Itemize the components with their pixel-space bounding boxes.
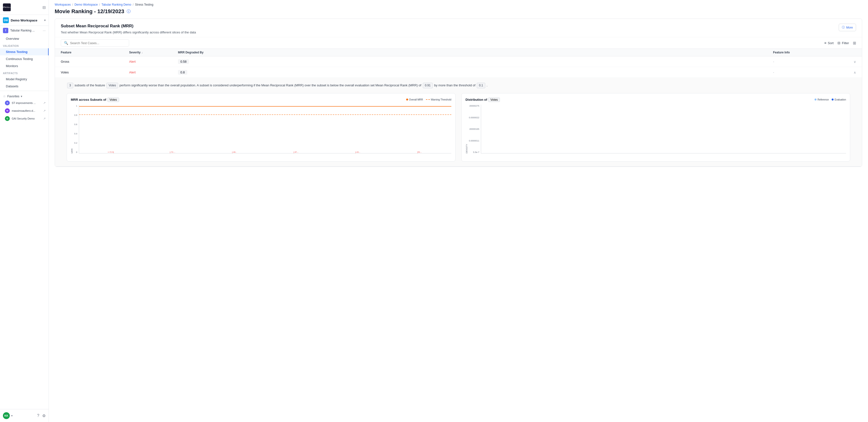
th-feature-info: Feature Info [773, 51, 846, 54]
favorites-label: Favorites [7, 95, 19, 98]
td-info-votes: - [773, 70, 846, 74]
th-mrr: MRR Degraded By [178, 51, 773, 54]
search-input-wrap[interactable]: 🔍 [61, 39, 129, 46]
user-chevron-down-icon[interactable]: ▾ [11, 414, 13, 417]
table-row[interactable]: Gross Alert 0.58 - ∨ [55, 56, 862, 67]
user-avatar: KK [3, 412, 10, 419]
favorite-name-massimo: massimoaufiero-d... [12, 109, 35, 112]
sidebar-item-overview[interactable]: Overview [0, 35, 49, 42]
distribution-chart: Distribution of Votes Reference [461, 93, 850, 161]
breadcrumb-tabular-ranking[interactable]: Tabular Ranking Demo [101, 3, 131, 6]
td-feature-votes: Votes [61, 70, 129, 74]
legend-overall-mrr: Overall MRR [406, 98, 423, 101]
reference-line [79, 106, 451, 107]
workspace-avatar: DW [3, 17, 9, 23]
search-row: 🔍 ≡ Sort ⊟ Filter ⊞ [55, 37, 862, 48]
favorites-section[interactable]: ☆ Favorites ▾ [0, 92, 49, 99]
breadcrumb-sep-3: / [133, 3, 133, 6]
row-expand-votes-icon[interactable]: ∧ [854, 70, 856, 74]
density-chart: DENSITY .00000275 0.0000022 .00000165 0.… [465, 105, 846, 154]
expand-desc-post: perform significantly worse than the ove… [120, 84, 422, 87]
expand-count: 3 [67, 83, 73, 88]
legend-dash-threshold [426, 99, 430, 100]
sidebar-item-monitors[interactable]: Monitors [0, 62, 49, 69]
expand-all-icon[interactable]: ⊞ [853, 41, 856, 45]
bar-group: [-97... [266, 150, 326, 153]
page-info-icon[interactable]: ⓘ [127, 9, 131, 14]
more-info-icon: ⓘ [842, 25, 845, 30]
breadcrumb-workspaces[interactable]: Workspaces [55, 3, 71, 6]
sidebar-item-continuous-testing[interactable]: Continuous Testing [0, 55, 49, 62]
sidebar-logo-area: ROBUST INTELLIGENCE ⊟ [0, 0, 49, 15]
breadcrumb-stress-testing: Stress Testing [135, 3, 153, 6]
favorite-item-massimo[interactable]: M massimoaufiero-d... ↗ [0, 107, 49, 115]
sidebar-divider [0, 91, 49, 91]
bar-label: [-43... [355, 151, 360, 153]
main-content: Workspaces / Demo Workspace / Tabular Ra… [49, 0, 868, 422]
help-icon[interactable]: ? [37, 414, 39, 418]
bar-group: [-43... [328, 150, 388, 153]
card-title: Subset Mean Reciprocal Rank (MRR) [61, 24, 196, 29]
dist-chart-legend: Reference Evaluation [814, 98, 846, 101]
density-y-axis: .00000275 0.0000022 .00000165 0.0000011 … [469, 105, 481, 154]
breadcrumb-sep-2: / [99, 3, 100, 6]
sidebar-item-datasets[interactable]: Datasets [0, 83, 49, 90]
bar-group: [52... [390, 150, 450, 153]
expand-desc-pre: subsets of the feature [74, 84, 106, 87]
card-header: Subset Mean Reciprocal Rank (MRR) Test w… [55, 19, 862, 37]
bar-chart: MRR 1 0.8 0.6 0.4 0.2 0 [71, 105, 451, 154]
td-severity-gross: Alert [129, 60, 178, 63]
logo: ROBUST INTELLIGENCE [3, 3, 11, 11]
sort-button[interactable]: ≡ Sort [824, 41, 834, 45]
star-icon: ☆ [3, 94, 6, 98]
dist-chart-title: Distribution of [465, 98, 487, 101]
legend-reference: Reference [814, 98, 829, 101]
sidebar-item-model-registry[interactable]: Model Registry [0, 76, 49, 83]
table-header: Feature Severity ↓ MRR Degraded By Featu… [55, 48, 862, 56]
filter-button[interactable]: ⊟ Filter [837, 41, 849, 45]
workspace-selector[interactable]: DW Demo Workspace ▾ [0, 15, 49, 26]
y-axis: 1 0.8 0.6 0.4 0.2 0 [74, 105, 79, 154]
workspace-chevron-down-icon: ▾ [44, 19, 45, 22]
th-severity[interactable]: Severity ↓ [129, 51, 178, 54]
artifacts-section-label: ARTIFACTS [0, 69, 49, 76]
validation-section-label: VALIDATION [0, 42, 49, 48]
bar-label: <-72.9) [107, 151, 114, 153]
collapse-sidebar-icon[interactable]: ⊟ [42, 5, 45, 10]
legend-warning-threshold: Warning Threshold [426, 98, 451, 101]
favorite-name-st: ST improvements ... [12, 101, 36, 104]
filter-icon: ⊟ [837, 41, 840, 45]
breadcrumb-demo-workspace[interactable]: Demo Workspace [74, 3, 98, 6]
bar-label: [52... [417, 151, 422, 153]
project-avatar: T [3, 28, 8, 33]
logo-box: ROBUST INTELLIGENCE [3, 3, 11, 11]
threshold-line [79, 115, 451, 115]
favorite-name-gai: GAI Security Demo [12, 117, 35, 120]
more-button[interactable]: ⓘ More [839, 24, 856, 31]
logo-text: ROBUST [0, 6, 5, 8]
td-mrr-votes: 0.8 [178, 70, 773, 75]
bar-group: <-72.9) [81, 150, 141, 153]
legend-evaluation: Evaluation [832, 98, 846, 101]
legend-dot-evaluation [832, 99, 834, 100]
row-expand-gross-icon[interactable]: ∨ [854, 60, 856, 64]
project-more-icon[interactable]: ··· [43, 29, 45, 32]
project-item[interactable]: T Tabular Ranking ... ··· [0, 26, 49, 35]
search-input[interactable] [70, 41, 126, 45]
favorite-item-gai[interactable]: G GAI Security Demo ↗ [0, 115, 49, 123]
bar-group: [-72.... [143, 150, 203, 153]
page-title-area: Movie Ranking - 12/19/2023 ⓘ [49, 7, 868, 19]
search-icon: 🔍 [64, 41, 68, 45]
legend-dot-overall [406, 99, 408, 100]
sidebar: ROBUST INTELLIGENCE ⊟ DW Demo Workspace … [0, 0, 49, 422]
mrr-chart-title: MRR across Subsets of [71, 98, 106, 101]
expand-description: 3 subsets of the feature Votes perform s… [67, 83, 850, 88]
expand-threshold-value: 0.1 [477, 83, 485, 88]
favorite-item-st[interactable]: S ST improvements ... ↗ [0, 99, 49, 107]
table-row[interactable]: Votes Alert 0.8 - ∧ [55, 67, 862, 78]
logo-subtext: INTELLIGENCE [5, 7, 17, 8]
sidebar-item-stress-testing[interactable]: Stress Testing [0, 48, 49, 55]
settings-icon[interactable]: ⚙ [42, 414, 45, 418]
severity-sort-arrow-icon: ↓ [142, 51, 143, 54]
expand-feature-name: Votes [106, 83, 118, 88]
